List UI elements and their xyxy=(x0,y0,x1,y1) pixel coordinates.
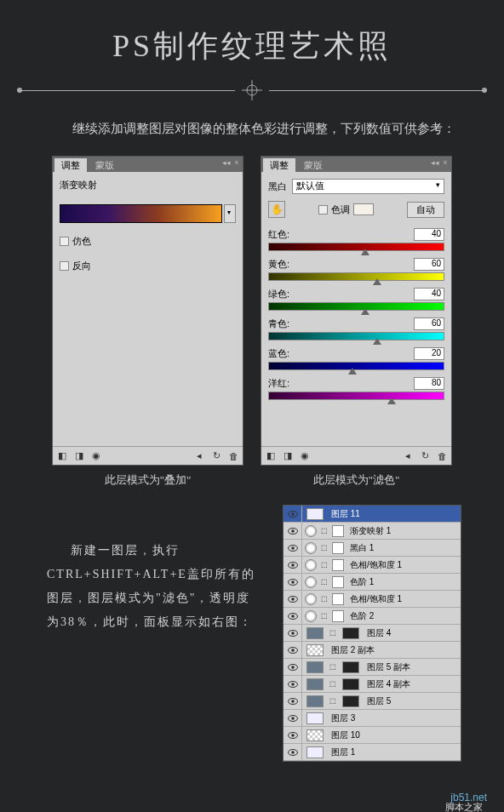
tab-adjust[interactable]: 调整 xyxy=(54,158,87,172)
layer-row[interactable]: 图层 11 xyxy=(284,506,461,523)
clip-icon[interactable]: ◨ xyxy=(73,450,85,462)
tab-mask[interactable]: 蒙版 xyxy=(297,158,329,172)
close-icon[interactable]: × xyxy=(232,158,241,167)
adjustment-icon xyxy=(305,559,317,571)
layer-row[interactable]: ⬚ 黑白 1 xyxy=(284,540,461,557)
dither-checkbox[interactable] xyxy=(60,237,69,246)
gradient-dropdown[interactable] xyxy=(224,204,236,223)
layer-row[interactable]: ⬚ 色相/饱和度 1 xyxy=(284,591,461,608)
layer-row[interactable]: ⬚ 图层 5 副本 xyxy=(284,659,461,676)
intro-text: 继续添加调整图层对图像的整体色彩进行调整，下列数值可供参考： xyxy=(0,100,504,140)
svg-point-14 xyxy=(291,598,295,601)
layer-row[interactable]: 图层 10 xyxy=(284,727,461,744)
tab-adjust[interactable]: 调整 xyxy=(263,158,295,172)
slider-label: 洋红: xyxy=(268,377,289,390)
slider-thumb[interactable] xyxy=(373,278,381,285)
visibility-toggle[interactable] xyxy=(284,574,302,591)
slider-track[interactable] xyxy=(268,302,444,311)
visibility-toggle[interactable] xyxy=(284,676,302,693)
visibility-toggle[interactable] xyxy=(284,727,302,744)
visibility-toggle[interactable] xyxy=(284,659,302,676)
layer-row[interactable]: ⬚ 图层 4 xyxy=(284,625,461,642)
visibility-toggle[interactable] xyxy=(284,557,302,574)
prev-icon[interactable]: ◂ xyxy=(402,450,414,462)
visibility-toggle[interactable] xyxy=(284,744,302,761)
tint-checkbox[interactable] xyxy=(318,205,328,214)
visibility-toggle[interactable] xyxy=(284,506,302,523)
bw-panel: 调整 蒙版 ◂◂ × 黑白 默认值 ✋ 色调 xyxy=(261,156,452,488)
collapse-icon[interactable]: ◂◂ xyxy=(431,158,439,167)
reset-icon[interactable]: ↻ xyxy=(419,450,431,462)
slider-value[interactable]: 40 xyxy=(414,288,444,300)
layer-row[interactable]: ⬚ 图层 4 副本 xyxy=(284,676,461,693)
clip-icon[interactable]: ◨ xyxy=(282,450,294,462)
layer-row[interactable]: 图层 1 xyxy=(284,744,461,761)
hand-icon[interactable]: ✋ xyxy=(268,201,285,218)
slider-value[interactable]: 80 xyxy=(414,377,444,390)
layer-row[interactable]: ⬚ 色阶 1 xyxy=(284,574,461,591)
layer-row[interactable]: 图层 3 xyxy=(284,710,461,727)
link-icon: ⬚ xyxy=(318,542,330,554)
tint-swatch[interactable] xyxy=(353,203,374,215)
svg-point-20 xyxy=(291,649,295,652)
eye-icon[interactable]: ◉ xyxy=(90,450,102,462)
mask-thumb xyxy=(332,542,344,554)
close-icon[interactable]: × xyxy=(441,158,450,167)
trash-icon[interactable]: 🗑 xyxy=(436,450,448,462)
slider-row: 青色: 60 xyxy=(268,317,444,340)
layer-name: 图层 4 副本 xyxy=(364,678,410,690)
slider-track[interactable] xyxy=(268,392,444,400)
layer-name: 图层 10 xyxy=(328,729,360,741)
svg-point-16 xyxy=(291,615,295,618)
slider-thumb[interactable] xyxy=(387,397,396,404)
visibility-toggle[interactable] xyxy=(284,625,302,642)
slider-value[interactable]: 60 xyxy=(414,317,444,330)
gradient-preview[interactable] xyxy=(60,204,222,223)
reverse-label: 反向 xyxy=(72,260,91,272)
layer-row[interactable]: ⬚ 渐变映射 1 xyxy=(284,523,461,540)
auto-button[interactable]: 自动 xyxy=(407,202,444,218)
slider-value[interactable]: 20 xyxy=(414,347,444,360)
slider-thumb[interactable] xyxy=(348,368,357,375)
collapse-icon[interactable]: ◂◂ xyxy=(222,158,231,167)
eye-icon[interactable]: ◉ xyxy=(299,450,311,462)
layer-row[interactable]: ⬚ 图层 5 xyxy=(284,693,461,710)
slider-track[interactable] xyxy=(268,272,444,281)
trash-icon[interactable]: 🗑 xyxy=(227,450,239,462)
visibility-toggle[interactable] xyxy=(284,608,302,625)
layer-name: 色阶 2 xyxy=(346,610,374,622)
slider-label: 青色: xyxy=(268,317,289,330)
prev-icon[interactable]: ◂ xyxy=(193,450,205,462)
visibility-toggle[interactable] xyxy=(284,540,302,557)
visibility-toggle[interactable] xyxy=(284,523,302,540)
visibility-toggle[interactable] xyxy=(284,591,302,608)
slider-value[interactable]: 40 xyxy=(414,228,444,241)
mask-thumb xyxy=(332,610,344,622)
visibility-toggle[interactable] xyxy=(284,710,302,727)
tab-mask[interactable]: 蒙版 xyxy=(89,158,121,172)
layer-name: 图层 5 副本 xyxy=(364,661,410,673)
visibility-toggle[interactable] xyxy=(284,642,302,659)
link-icon: ⬚ xyxy=(318,525,330,537)
svg-point-10 xyxy=(291,563,295,567)
mask-thumb xyxy=(332,525,344,537)
adjustment-icon[interactable]: ◧ xyxy=(56,450,68,462)
reverse-checkbox[interactable] xyxy=(60,261,69,271)
layer-row[interactable]: 图层 2 副本 xyxy=(284,642,461,659)
slider-track[interactable] xyxy=(268,362,444,370)
layer-thumb xyxy=(306,678,324,690)
preset-select[interactable]: 默认值 xyxy=(292,179,444,194)
adjustment-icon[interactable]: ◧ xyxy=(265,450,277,462)
visibility-toggle[interactable] xyxy=(284,693,302,710)
link-icon: ⬚ xyxy=(327,627,339,639)
slider-track[interactable] xyxy=(268,243,444,251)
layer-row[interactable]: ⬚ 色相/饱和度 1 xyxy=(284,557,461,574)
slider-thumb[interactable] xyxy=(361,308,369,315)
reset-icon[interactable]: ↻ xyxy=(210,450,222,462)
slider-value[interactable]: 60 xyxy=(414,258,444,271)
layer-row[interactable]: ⬚ 色阶 2 xyxy=(284,608,461,625)
slider-thumb[interactable] xyxy=(361,249,369,255)
slider-track[interactable] xyxy=(268,332,444,340)
slider-thumb[interactable] xyxy=(373,338,381,345)
page-title: PS制作纹理艺术照 xyxy=(0,26,504,67)
